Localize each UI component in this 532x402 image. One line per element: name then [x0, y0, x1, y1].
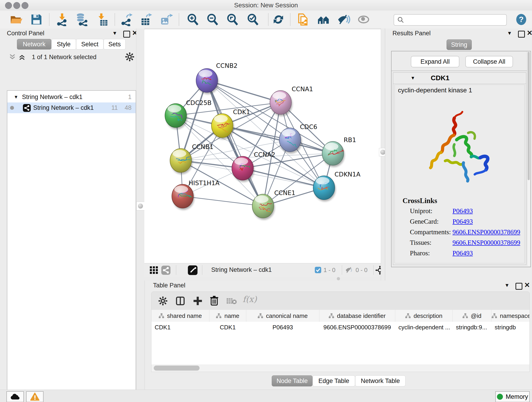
string-home-button[interactable]: [317, 12, 331, 27]
results-panel-float-button[interactable]: [518, 31, 525, 38]
tab-node-table[interactable]: Node Table: [272, 375, 312, 386]
tab-sets[interactable]: Sets: [104, 39, 126, 50]
column-header-name[interactable]: name: [209, 310, 246, 322]
network-collection-row[interactable]: ▼ String Network – cdk1 1: [7, 92, 136, 102]
string-network-graph[interactable]: CCNB2CCNA1CDC25BCDK1CDC6RB1CCNB1CCNA2CDK…: [144, 30, 381, 263]
network-edge[interactable]: [183, 196, 263, 206]
network-node-ccnb1[interactable]: CCNB1: [170, 143, 214, 174]
main-toolbar: ?: [0, 11, 532, 29]
results-scrollbar[interactable]: [527, 51, 530, 266]
network-edge[interactable]: [207, 80, 263, 206]
network-node-cdkn1a[interactable]: CDKN1A: [313, 171, 361, 201]
delete-column-trash-icon[interactable]: [209, 295, 219, 306]
grid-view-icon[interactable]: [150, 266, 158, 274]
export-image-button[interactable]: [159, 12, 173, 27]
save-session-button[interactable]: [29, 12, 44, 27]
crosslink-link[interactable]: 9606.ENSP00000378699: [452, 239, 520, 246]
network-node-hist1h1a[interactable]: HIST1H1A: [172, 179, 220, 210]
table-gear-icon[interactable]: [158, 296, 168, 306]
network-node-ccna1[interactable]: CCNA1: [270, 85, 313, 116]
network-node-cdc6[interactable]: CDC6: [279, 123, 317, 153]
add-column-icon[interactable]: [193, 296, 203, 306]
network-canvas[interactable]: CCNB2CCNA1CDC25BCDK1CDC6RB1CCNB1CCNA2CDK…: [144, 30, 381, 263]
network-node-ccne1[interactable]: CCNE1: [252, 189, 295, 220]
clone-network-button[interactable]: [296, 12, 310, 27]
divider: [342, 265, 342, 275]
left-splitter-handle[interactable]: [136, 202, 145, 211]
tab-network-table[interactable]: Network Table: [355, 375, 405, 386]
search-input[interactable]: [406, 16, 506, 24]
network-share-view-icon[interactable]: [161, 266, 171, 275]
network-node-rb1[interactable]: RB1: [322, 136, 356, 167]
hidden-eye-icon[interactable]: [345, 267, 353, 274]
column-header-description[interactable]: description: [395, 310, 453, 322]
results-panel-close-button[interactable]: ✕: [527, 29, 532, 37]
delete-table-icon[interactable]: [227, 297, 237, 305]
show-hide-button[interactable]: [336, 12, 351, 27]
tab-network[interactable]: Network: [17, 39, 51, 50]
table-cell[interactable]: 9606.ENSP00000378699: [319, 322, 395, 332]
crosslink-link[interactable]: 9606.ENSP00000378699: [452, 228, 520, 236]
eye-button[interactable]: [356, 12, 371, 27]
control-panel-collapse-button[interactable]: ▼: [112, 30, 117, 36]
tab-select[interactable]: Select: [76, 39, 104, 50]
table-panel-float-button[interactable]: [515, 283, 522, 291]
cloud-status-button[interactable]: [6, 391, 24, 402]
left-splitter[interactable]: [136, 28, 145, 390]
zoom-in-button[interactable]: [186, 12, 200, 27]
horizontal-splitter[interactable]: [144, 277, 381, 281]
control-panel-float-button[interactable]: [123, 31, 130, 38]
collapse-all-button[interactable]: Collapse All: [465, 56, 513, 67]
table-scrollbar-thumb[interactable]: [154, 366, 200, 370]
results-panel-collapse-button[interactable]: ▼: [507, 30, 512, 36]
selected-checkbox-icon[interactable]: [315, 267, 321, 273]
column-header-canonical-name[interactable]: canonical name: [246, 310, 319, 322]
gene-header[interactable]: ▼ CDK1: [393, 73, 526, 84]
network-row-selected[interactable]: String Network – cdk1 11 48: [7, 102, 136, 113]
warnings-button[interactable]: [26, 391, 44, 402]
horizontal-splitter-handle[interactable]: [337, 277, 340, 280]
network-options-gear-icon[interactable]: [125, 52, 135, 62]
crosslink-link[interactable]: P06493: [452, 207, 473, 215]
table-cell[interactable]: stringdb:9...: [453, 322, 491, 332]
table-panel-collapse-button[interactable]: ▼: [505, 282, 510, 288]
help-button[interactable]: ?: [514, 12, 528, 27]
import-network-from-database-button[interactable]: [75, 12, 89, 27]
crosslink-link[interactable]: P06493: [452, 249, 473, 257]
tab-style[interactable]: Style: [51, 39, 76, 50]
birdseye-view-icon[interactable]: [188, 265, 197, 275]
table-cell[interactable]: CDK1: [152, 322, 209, 332]
table-cell[interactable]: CDK1: [209, 322, 246, 332]
table-panel-close-button[interactable]: ✕: [524, 281, 530, 289]
table-cell[interactable]: stringdb: [491, 322, 530, 332]
show-columns-icon[interactable]: [175, 296, 185, 306]
open-folder-icon: [10, 13, 23, 26]
network-edge[interactable]: [243, 168, 324, 188]
zoom-out-button[interactable]: [205, 12, 220, 27]
results-scrollbar-thumb[interactable]: [528, 52, 530, 180]
gene-collapse-triangle-icon[interactable]: ▼: [411, 75, 415, 81]
tab-edge-table[interactable]: Edge Table: [312, 375, 355, 386]
zoom-fit-button[interactable]: [225, 12, 239, 27]
column-header-shared-name[interactable]: shared name: [152, 310, 209, 322]
column-header--id[interactable]: @id: [453, 310, 491, 322]
export-network-button[interactable]: [120, 12, 134, 27]
toolbar-separator: [114, 13, 115, 26]
open-session-button[interactable]: [9, 12, 23, 27]
tab-string[interactable]: String: [447, 39, 472, 50]
crosslink-link[interactable]: P06493: [452, 218, 473, 225]
table-cell[interactable]: cyclin-dependent ...: [395, 322, 452, 332]
memory-button[interactable]: Memory: [495, 391, 530, 402]
node-table[interactable]: shared namenamecanonical namedatabase id…: [151, 310, 530, 372]
import-table-button[interactable]: [95, 12, 109, 27]
import-network-button[interactable]: [55, 12, 69, 27]
column-header-database-identifier[interactable]: database identifier: [319, 310, 395, 322]
table-cell[interactable]: P06493: [246, 322, 319, 332]
zoom-selected-button[interactable]: [246, 12, 260, 27]
table-horizontal-scrollbar[interactable]: [151, 364, 530, 372]
search-box[interactable]: [394, 14, 507, 26]
expand-all-button[interactable]: Expand All: [411, 56, 459, 67]
refresh-button[interactable]: [271, 12, 285, 27]
export-table-button[interactable]: [139, 12, 153, 27]
column-header-namespace[interactable]: namespace: [491, 310, 530, 322]
